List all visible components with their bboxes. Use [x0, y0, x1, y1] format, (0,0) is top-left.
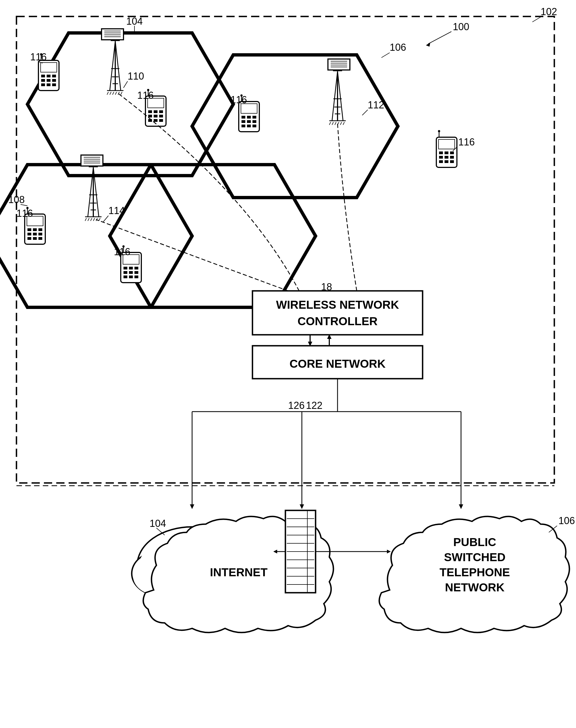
svg-line-13	[107, 92, 108, 95]
pstn-label-4: NETWORK	[445, 581, 505, 594]
svg-line-36	[335, 122, 336, 125]
svg-rect-156	[444, 160, 449, 163]
svg-rect-115	[253, 120, 256, 123]
svg-rect-83	[41, 75, 45, 77]
wnc-box	[253, 291, 423, 335]
svg-rect-113	[241, 120, 245, 123]
wnc-label-line1: WIRELESS NETWORK	[276, 298, 399, 311]
server	[285, 511, 316, 593]
svg-marker-173	[459, 504, 463, 509]
svg-line-8	[115, 41, 121, 91]
svg-line-55	[85, 218, 86, 221]
svg-rect-136	[123, 267, 127, 269]
svg-line-34	[329, 122, 331, 125]
svg-line-47	[362, 110, 368, 115]
svg-rect-110	[241, 116, 245, 119]
svg-rect-82	[40, 63, 57, 72]
svg-rect-104	[154, 119, 157, 122]
ref-116-6: 116	[458, 136, 475, 148]
svg-rect-102	[159, 115, 163, 117]
svg-rect-157	[450, 160, 454, 163]
svg-line-38	[340, 122, 342, 125]
svg-line-7	[110, 41, 115, 91]
ref-116-1: 116	[30, 51, 47, 63]
svg-line-68	[103, 216, 108, 222]
svg-rect-154	[450, 156, 454, 158]
ref-116-3: 116	[231, 94, 247, 105]
ref-116-4: 116	[17, 208, 33, 219]
svg-rect-101	[154, 115, 157, 117]
svg-rect-99	[159, 110, 163, 113]
svg-rect-88	[52, 79, 56, 82]
svg-rect-149	[439, 151, 443, 154]
svg-line-18	[121, 92, 122, 95]
ref-100: 100	[453, 21, 469, 32]
bs-110	[102, 29, 123, 40]
svg-rect-155	[439, 160, 443, 163]
bs-114	[81, 155, 103, 166]
connection-wnc-112	[338, 123, 357, 291]
svg-line-35	[332, 122, 334, 125]
ref-104-top: 104	[126, 16, 143, 27]
svg-rect-90	[47, 83, 51, 86]
svg-line-56	[88, 218, 89, 221]
svg-rect-129	[27, 237, 31, 240]
phone-6	[436, 130, 457, 167]
svg-rect-91	[52, 83, 56, 86]
svg-rect-98	[154, 110, 157, 113]
ref-114: 114	[108, 205, 125, 216]
svg-rect-143	[129, 275, 133, 278]
svg-rect-138	[135, 267, 138, 269]
svg-rect-87	[47, 79, 51, 82]
svg-rect-116	[241, 124, 245, 127]
svg-rect-139	[123, 271, 127, 274]
ref-126: 126	[288, 400, 305, 411]
svg-rect-131	[38, 237, 42, 240]
svg-line-1	[428, 32, 452, 44]
wnc-label-line2: CONTROLLER	[297, 315, 378, 328]
svg-rect-86	[41, 79, 45, 82]
svg-rect-126	[27, 233, 31, 235]
svg-line-0	[532, 17, 541, 22]
tower-110	[107, 32, 123, 95]
svg-rect-84	[47, 75, 51, 77]
svg-rect-85	[52, 75, 56, 77]
svg-rect-140	[129, 271, 133, 274]
ref-116-2: 116	[137, 90, 154, 101]
svg-rect-127	[33, 233, 37, 235]
svg-marker-171	[300, 504, 304, 509]
svg-line-4	[381, 53, 390, 58]
ref-118: 18	[321, 281, 332, 293]
svg-rect-144	[135, 275, 138, 278]
pstn-label-2: SWITCHED	[444, 551, 506, 564]
svg-line-60	[99, 218, 100, 221]
pstn-label-1: PUBLIC	[453, 536, 496, 549]
svg-rect-100	[148, 115, 152, 117]
svg-point-159	[438, 130, 440, 132]
ref-112: 112	[368, 99, 384, 111]
svg-line-26	[123, 81, 127, 88]
core-network-label: CORE NETWORK	[289, 357, 385, 370]
svg-rect-105	[159, 119, 163, 122]
svg-line-57	[91, 218, 92, 221]
svg-line-28	[332, 71, 338, 121]
bs-112	[328, 59, 350, 70]
ref-116-5: 116	[114, 246, 131, 257]
svg-line-39	[343, 122, 344, 125]
svg-rect-117	[247, 124, 251, 127]
svg-marker-198	[387, 550, 391, 553]
svg-rect-114	[247, 120, 251, 123]
svg-rect-118	[253, 124, 256, 127]
svg-rect-124	[33, 228, 37, 231]
svg-rect-152	[439, 156, 443, 158]
ref-102: 102	[541, 6, 557, 17]
ref-110: 110	[127, 70, 144, 82]
ref-108: 108	[8, 194, 25, 205]
ref-104-bottom: 104	[149, 518, 166, 529]
svg-rect-123	[27, 228, 31, 231]
ref-122: 122	[306, 400, 322, 411]
svg-line-14	[110, 92, 111, 95]
svg-rect-128	[38, 233, 42, 235]
diagram-container: 102 100 104 106 108	[0, 0, 576, 728]
svg-rect-112	[253, 116, 256, 119]
